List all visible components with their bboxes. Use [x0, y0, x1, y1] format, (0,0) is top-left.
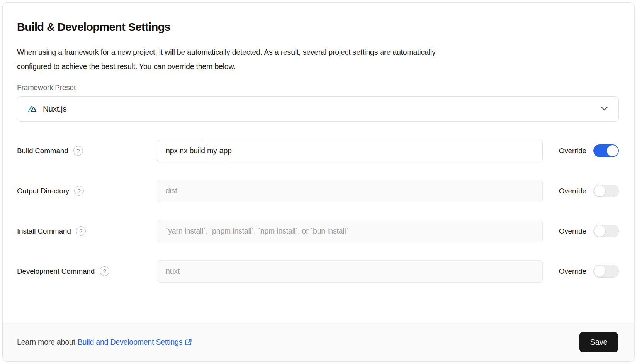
toggle-knob [594, 185, 605, 196]
learn-more-prefix: Learn more about [17, 338, 75, 347]
development-command-input [157, 260, 543, 283]
framework-preset-select[interactable]: Nuxt.js [17, 96, 619, 122]
card-footer: Learn more about Build and Development S… [3, 323, 634, 361]
toggle-knob [607, 145, 618, 156]
toggle-knob [594, 266, 605, 277]
description-line-2: configured to achieve the best result. Y… [17, 59, 619, 74]
development-command-row: Development Command ? Override [17, 260, 619, 283]
output-directory-override-label: Override [559, 187, 586, 195]
install-command-input [157, 220, 543, 242]
development-command-label: Development Command [17, 267, 95, 276]
development-command-override-label: Override [559, 267, 586, 276]
output-directory-override-toggle[interactable] [593, 185, 619, 197]
card-body: Build & Development Settings When using … [3, 3, 634, 323]
install-command-label: Install Command [17, 227, 71, 235]
build-command-override-label: Override [559, 147, 586, 155]
build-command-label: Build Command [17, 147, 68, 155]
settings-rows: Build Command ? Override Output Director… [17, 140, 619, 283]
toggle-knob [594, 225, 605, 237]
development-command-help-icon[interactable]: ? [100, 266, 109, 276]
page-title: Build & Development Settings [17, 20, 619, 34]
install-command-override-label: Override [559, 227, 586, 235]
section-description: When using a framework for a new project… [17, 45, 619, 74]
development-command-override-toggle[interactable] [593, 265, 619, 278]
output-directory-input [157, 180, 543, 202]
link-text: Build and Development Settings [78, 338, 183, 347]
install-command-row: Install Command ? Override [17, 220, 619, 242]
build-command-override-toggle[interactable] [593, 144, 619, 157]
framework-preset-label: Framework Preset [17, 83, 619, 92]
external-link-icon [185, 339, 192, 346]
build-command-row: Build Command ? Override [17, 140, 619, 162]
chevron-down-icon [601, 107, 608, 111]
output-directory-label: Output Directory [17, 187, 69, 195]
learn-more-text: Learn more about Build and Development S… [17, 338, 192, 347]
output-directory-row: Output Directory ? Override [17, 180, 619, 202]
output-directory-help-icon[interactable]: ? [74, 186, 84, 196]
description-line-1: When using a framework for a new project… [17, 45, 619, 59]
framework-preset-value-group: Nuxt.js [27, 103, 66, 114]
install-command-help-icon[interactable]: ? [76, 226, 86, 236]
nuxt-logo-icon [27, 103, 38, 114]
build-dev-settings-link[interactable]: Build and Development Settings [78, 338, 192, 347]
save-button[interactable]: Save [579, 332, 618, 352]
build-command-input[interactable] [157, 140, 543, 162]
framework-preset-selected: Nuxt.js [43, 104, 66, 113]
build-dev-settings-card: Build & Development Settings When using … [2, 2, 635, 362]
install-command-override-toggle[interactable] [593, 225, 619, 237]
build-command-help-icon[interactable]: ? [73, 146, 83, 156]
